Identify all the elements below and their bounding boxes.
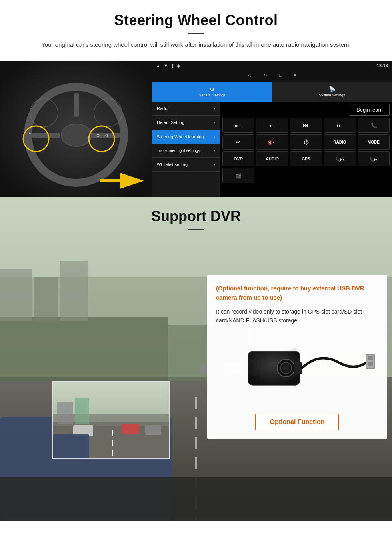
ctrl-mode[interactable]: MODE — [358, 134, 390, 150]
svg-rect-46 — [75, 398, 89, 424]
status-icons-left: ▲ ▼ ▮ ◈ — [156, 63, 180, 68]
section1-divider — [188, 33, 204, 34]
begin-learn-row: Begin learn — [222, 104, 390, 116]
section1-header: Steering Wheel Control Your original car… — [0, 0, 392, 54]
ctrl-record[interactable]: 🎬 — [222, 168, 254, 183]
ctrl-prev[interactable]: ⏮ — [290, 118, 322, 133]
svg-rect-50 — [145, 425, 161, 435]
svg-rect-41 — [0, 477, 392, 521]
svg-text:⏻: ⏻ — [304, 139, 309, 145]
svg-rect-63 — [294, 362, 302, 374]
android-ui: ▲ ▼ ▮ ◈ 13:13 ◁ ○ □ ▪ ⚙ General Settings… — [152, 61, 392, 197]
svg-rect-45 — [57, 402, 73, 424]
gear-icon: ⚙ — [210, 86, 215, 92]
svg-rect-34 — [34, 277, 58, 321]
svg-text:📞⏭: 📞⏭ — [370, 157, 378, 162]
home-icon[interactable]: ○ — [264, 72, 267, 80]
svg-text:⏭: ⏭ — [336, 122, 342, 128]
status-time: 13:13 — [377, 63, 388, 68]
ctrl-gps[interactable]: GPS — [290, 151, 322, 166]
ctrl-call-next[interactable]: 📞⏭ — [358, 151, 390, 166]
tab-general-label: General Settings — [198, 93, 225, 97]
menu-item-tricolour[interactable]: Tricoloured light settings › — [152, 144, 220, 158]
ctrl-call[interactable]: 📞 — [358, 118, 390, 133]
svg-rect-4 — [74, 93, 79, 117]
svg-rect-49 — [121, 424, 139, 434]
menu-item-radio[interactable]: Radio › — [152, 102, 220, 116]
optional-function-button[interactable]: Optional Function — [255, 414, 340, 430]
steering-photo: + - ⊙ ◁ — [0, 61, 152, 197]
svg-point-5 — [61, 124, 92, 146]
ctrl-vol-up[interactable]: ⏭+ — [222, 118, 254, 133]
section1-subtitle: Your original car's steering wheel contr… — [24, 40, 368, 50]
dvr-info-card: (Optional function, require to buy exter… — [207, 275, 387, 439]
svg-text:-: - — [29, 137, 30, 142]
menu-item-tricolour-arrow: › — [214, 148, 215, 153]
dvr-section-header: Support DVR — [0, 197, 392, 237]
ctrl-grid: ⏭+ ⏮- ⏮ ⏭ 📞 ↩ — [222, 118, 390, 183]
menu-item-whitelist[interactable]: Whitelist setting › — [152, 158, 220, 172]
menu-item-steering-label: Steering Wheel learning — [157, 134, 204, 140]
dvr-description: It can record video only to storage in G… — [216, 307, 378, 325]
svg-rect-2 — [32, 133, 60, 138]
svg-rect-31 — [0, 317, 168, 381]
ctrl-next[interactable]: ⏭ — [324, 118, 356, 133]
svg-point-62 — [283, 365, 289, 371]
back-icon[interactable]: ◁ — [248, 72, 252, 80]
menu-item-default-label: DefaultSetting — [157, 120, 184, 125]
dvr-optional-text: (Optional function, require to buy exter… — [216, 284, 378, 302]
menu-item-radio-arrow: › — [214, 106, 215, 111]
ctrl-audio[interactable]: AUDIO — [256, 151, 288, 166]
ctrl-power[interactable]: ⏻ — [290, 134, 322, 150]
svg-text:📞⏮: 📞⏮ — [336, 157, 344, 162]
svg-text:⏮-: ⏮- — [268, 123, 274, 128]
svg-text:⊙: ⊙ — [96, 133, 100, 138]
svg-text:📞: 📞 — [371, 122, 378, 129]
menu-item-default[interactable]: DefaultSetting › — [152, 116, 220, 130]
wifi-icon: ▼ — [164, 63, 168, 68]
ctrl-radio[interactable]: RADIO — [324, 134, 356, 150]
menu-item-default-arrow: › — [214, 120, 215, 125]
menu-list: Radio › DefaultSetting › Steering Wheel … — [152, 102, 220, 197]
dvr-camera-illustration — [216, 331, 378, 407]
ctrl-vol-down[interactable]: ⏮- — [256, 118, 288, 133]
recent-icon[interactable]: □ — [279, 72, 282, 80]
svg-rect-65 — [368, 356, 373, 360]
dvr-camera-svg — [216, 331, 380, 405]
gps-icon: ◈ — [177, 63, 180, 68]
svg-text:🎬: 🎬 — [236, 173, 242, 179]
ctrl-audio-label: AUDIO — [266, 157, 278, 161]
menu-item-steering[interactable]: Steering Wheel learning › — [152, 130, 220, 144]
dvr-divider — [188, 229, 204, 230]
dvr-title: Support DVR — [0, 208, 392, 225]
section1-title: Steering Wheel Control — [8, 12, 384, 29]
ctrl-dvd[interactable]: DVD — [222, 151, 254, 166]
ctrl-mute[interactable]: 🔇× — [256, 134, 288, 150]
android-navbar[interactable]: ◁ ○ □ ▪ — [152, 70, 392, 82]
system-icon: 📡 — [329, 86, 336, 92]
menu-item-tricolour-label: Tricoloured light settings — [157, 148, 200, 153]
svg-text:🔇×: 🔇× — [268, 140, 275, 145]
steering-wheel-graphic: + - ⊙ ◁ — [0, 61, 152, 197]
menu-controls-area: Radio › DefaultSetting › Steering Wheel … — [152, 102, 392, 197]
svg-text:↩: ↩ — [236, 139, 240, 145]
svg-text:+: + — [29, 131, 31, 136]
svg-text:⏮: ⏮ — [303, 122, 308, 128]
svg-rect-66 — [368, 362, 373, 366]
dvr-thumbnail — [52, 381, 170, 459]
svg-rect-15 — [100, 179, 122, 182]
svg-rect-35 — [60, 261, 88, 321]
ctrl-back[interactable]: ↩ — [222, 134, 254, 150]
menu-icon[interactable]: ▪ — [294, 72, 296, 80]
tab-system[interactable]: 📡 System Settings — [272, 82, 392, 102]
svg-rect-33 — [0, 269, 32, 321]
steering-container: + - ⊙ ◁ ▲ ▼ ▮ ◈ 13:13 ◁ ○ — [0, 61, 392, 197]
tab-system-label: System Settings — [319, 93, 345, 97]
tab-general[interactable]: ⚙ General Settings — [152, 82, 272, 102]
begin-learn-button[interactable]: Begin learn — [350, 104, 390, 116]
settings-tabs: ⚙ General Settings 📡 System Settings — [152, 82, 392, 102]
menu-item-whitelist-label: Whitelist setting — [157, 162, 188, 167]
ctrl-call-prev[interactable]: 📞⏮ — [324, 151, 356, 166]
battery-icon: ▮ — [171, 63, 174, 68]
android-statusbar: ▲ ▼ ▮ ◈ 13:13 — [152, 61, 392, 70]
